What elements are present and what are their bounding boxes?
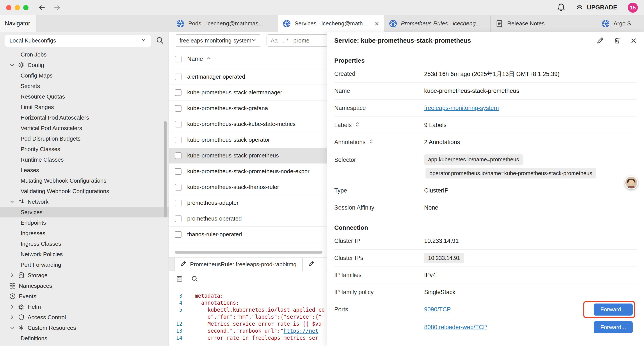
sidebar-item-secrets[interactable]: Secrets [0,81,168,91]
sidebar-item-cron-jobs[interactable]: Cron Jobs [0,49,168,60]
regex-toggle[interactable]: .* [282,37,289,44]
sidebar-item-ingresses[interactable]: Ingresses [0,228,168,239]
row-checkbox[interactable] [175,231,182,238]
sidebar-item-ingress-classes[interactable]: Ingress Classes [0,239,168,249]
row-checkbox[interactable] [175,184,182,191]
editor-tab-prometheusrule[interactable]: PrometheusRule: freeleaps-prod-rabbitmq [174,258,302,271]
section-heading-properties: Properties [334,56,636,65]
detail-row-labels: Labels 9 Labels [334,117,636,134]
row-checkbox[interactable] [175,168,182,175]
sidebar-item-namespaces[interactable]: Namespaces [0,281,168,291]
forward-button-8080[interactable]: Forward... [594,321,632,333]
line-number: 14 [169,335,182,342]
document-icon [496,20,503,27]
row-checkbox[interactable] [175,216,182,222]
forward-button-9090[interactable]: Forward... [594,304,632,316]
tab-prometheus-rules-icecheng[interactable]: Prometheus Rules - icecheng... [384,15,490,32]
sidebar-item-priority-classes[interactable]: Priority Classes [0,144,168,154]
pencil-icon [180,261,186,268]
row-checkbox[interactable] [175,152,182,159]
row-checkbox[interactable] [175,137,182,143]
sidebar-item-leases[interactable]: Leases [0,165,168,175]
port-link-9090[interactable]: 9090/TCP [424,306,451,313]
namespace-filter[interactable]: freeleaps-monitoring-system [175,34,261,47]
tab-services-icecheng-math[interactable]: Services - icecheng@math...× [278,15,384,32]
user-avatar[interactable] [624,176,638,189]
upgrade-button[interactable]: UPGRADE [576,3,617,12]
upgrade-label: UPGRADE [587,4,617,11]
asterisk-icon [18,325,24,331]
row-checkbox[interactable] [175,121,182,127]
sort-caret-icon[interactable] [206,55,212,63]
tab-argo-s[interactable]: Argo S [597,15,644,32]
detail-row-session-affinity: Session Affinity None [334,199,636,216]
sidebar-item-custom-resources[interactable]: Custom Resources [0,323,168,333]
close-window-button[interactable] [6,5,12,10]
sidebar-item-config-maps[interactable]: Config Maps [0,70,168,81]
kubeconfig-selector[interactable]: Local Kubeconfigs [5,34,151,47]
bell-icon[interactable] [557,3,565,12]
row-checkbox[interactable] [175,105,182,112]
sidebar-item-mutating-webhook-configurations[interactable]: Mutating Webhook Configurations [0,175,168,186]
select-all-checkbox[interactable] [175,56,182,62]
sidebar-item-access-control[interactable]: Access Control [0,312,168,323]
network-icon [18,198,24,205]
sidebar-item-label: Runtime Classes [20,156,64,163]
minimize-window-button[interactable] [15,5,20,10]
service-name: alertmanager-operated [187,73,245,80]
sidebar-item-validating-webhook-configurations[interactable]: Validating Webhook Configurations [0,186,168,196]
sidebar-item-config[interactable]: Config [0,60,168,70]
sidebar-item-events[interactable]: Events [0,291,168,302]
sidebar-item-definitions[interactable]: Definitions [0,333,168,344]
row-checkbox[interactable] [175,200,182,206]
line-number: 13 [169,327,182,335]
sidebar-item-endpoints[interactable]: Endpoints [0,217,168,228]
trash-icon[interactable] [614,37,621,44]
zoom-window-button[interactable] [23,5,28,10]
namespace-label: Namespace [334,105,366,111]
navigator-header[interactable]: Navigator [0,15,36,32]
sidebar-item-runtime-classes[interactable]: Runtime Classes [0,154,168,165]
selector-label: Selector [334,157,356,163]
sidebar-item-network[interactable]: Network [0,196,168,207]
row-checkbox[interactable] [175,74,182,80]
close-panel-icon[interactable]: × [631,35,636,45]
edit-icon[interactable] [596,37,604,44]
expand-carets-icon[interactable] [354,122,360,129]
sidebar-item-limit-ranges[interactable]: Limit Ranges [0,102,168,112]
forward-arrow-icon[interactable] [54,4,61,11]
save-icon[interactable] [176,275,183,283]
sidebar-item-horizontal-pod-autoscalers[interactable]: Horizontal Pod Autoscalers [0,112,168,123]
kubernetes-icon [176,20,184,27]
horizontal-scrollbar-thumb[interactable] [175,251,322,254]
match-case-toggle[interactable]: Aa [271,37,278,44]
expand-carets-icon[interactable] [368,139,374,146]
sidebar-item-vertical-pod-autoscalers[interactable]: Vertical Pod Autoscalers [0,123,168,133]
search-icon[interactable] [156,36,164,45]
port-link-8080[interactable]: 8080:reloader-web/TCP [424,324,487,331]
sidebar-item-port-forwarding[interactable]: Port Forwarding [0,260,168,270]
sidebar-item-network-policies[interactable]: Network Policies [0,249,168,260]
sidebar-item-label: Services [20,209,42,216]
sidebar-item-storage[interactable]: Storage [0,270,168,281]
tab-pods-icecheng-mathmas[interactable]: Pods - icecheng@mathmas... [172,15,278,32]
name-value: kube-prometheus-stack-prometheus [424,88,636,94]
sidebar-item-services[interactable]: Services [0,207,168,217]
sidebar-scrollbar[interactable] [164,121,166,217]
gear-icon [18,62,24,68]
labels-label: Labels [334,122,352,129]
back-arrow-icon[interactable] [38,4,46,11]
notification-count-badge[interactable]: 15 [628,3,638,13]
sidebar-item-label: Definitions [20,335,47,342]
row-checkbox[interactable] [175,89,182,96]
tab-release-notes[interactable]: Release Notes [490,15,597,32]
line-number: 4 [169,299,182,306]
sidebar-item-pod-disruption-budgets[interactable]: Pod Disruption Budgets [0,133,168,144]
namespace-link[interactable]: freeleaps-monitoring-system [424,105,499,111]
column-name[interactable]: Name [187,56,203,62]
created-label: Created [334,70,355,77]
sidebar-item-helm[interactable]: Helm [0,302,168,312]
close-tab-icon[interactable]: × [374,20,379,27]
editor-search-icon[interactable] [191,275,198,283]
sidebar-item-resource-quotas[interactable]: Resource Quotas [0,91,168,102]
